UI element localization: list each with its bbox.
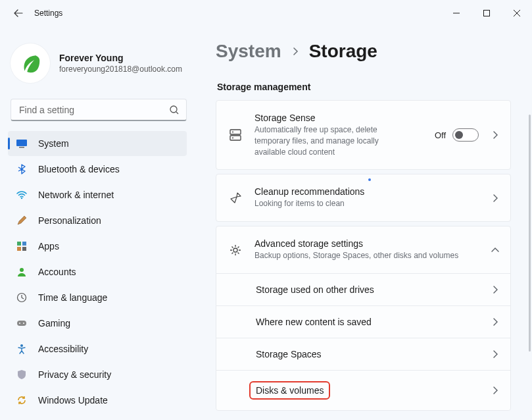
nav-item-personalization[interactable]: Personalization xyxy=(8,208,187,233)
svg-point-18 xyxy=(232,132,233,133)
avatar xyxy=(11,43,50,83)
leaf-icon xyxy=(18,51,43,76)
advanced-subtitle: Backup options, Storage Spaces, other di… xyxy=(254,250,479,261)
nav-item-system[interactable]: System xyxy=(8,131,187,156)
svg-rect-12 xyxy=(17,321,26,326)
nav-pane: Forever Young foreveryoung201818@outlook… xyxy=(0,26,197,420)
svg-point-1 xyxy=(170,106,177,113)
nav-label: Apps xyxy=(38,241,59,251)
nav-item-accessibility[interactable]: Accessibility xyxy=(8,336,187,361)
back-button[interactable] xyxy=(8,3,29,24)
close-button[interactable] xyxy=(502,3,532,24)
nav-label: System xyxy=(38,138,69,149)
svg-rect-6 xyxy=(17,242,21,246)
storage-sense-title: Storage Sense xyxy=(254,113,423,123)
close-icon xyxy=(514,10,520,16)
nav-label: Bluetooth & devices xyxy=(38,164,120,174)
cleanup-row[interactable]: Cleanup recommendations Looking for item… xyxy=(216,174,510,221)
nav-label: Network & internet xyxy=(38,190,114,200)
storage-sense-card: Storage Sense Automatically free up spac… xyxy=(216,100,511,170)
sub-disks-volumes[interactable]: Disks & volumes xyxy=(216,370,510,410)
window-title: Settings xyxy=(34,9,62,18)
nav-item-network[interactable]: Network & internet xyxy=(8,182,187,207)
sub-where-new-content[interactable]: Where new content is saved xyxy=(216,305,510,338)
nav-label: Time & language xyxy=(38,292,107,303)
person-icon xyxy=(16,266,28,278)
chevron-right-icon xyxy=(491,350,500,359)
svg-rect-9 xyxy=(22,247,26,251)
svg-rect-16 xyxy=(230,130,241,134)
svg-rect-17 xyxy=(230,136,241,140)
sub-storage-spaces[interactable]: Storage Spaces xyxy=(216,338,510,370)
nav-item-apps[interactable]: Apps xyxy=(8,234,187,259)
chevron-right-icon xyxy=(491,194,500,203)
gaming-icon xyxy=(16,317,28,329)
chevron-right-icon xyxy=(491,386,500,395)
svg-point-5 xyxy=(21,197,22,199)
maximize-icon xyxy=(483,10,490,16)
advanced-header-row[interactable]: Advanced storage settings Backup options… xyxy=(216,226,510,273)
svg-point-14 xyxy=(23,323,24,324)
cleanup-card: Cleanup recommendations Looking for item… xyxy=(216,174,511,222)
title-bar: Settings xyxy=(0,0,532,26)
profile-email: foreveryoung201818@outlook.com xyxy=(59,65,182,74)
nav-item-privacy[interactable]: Privacy & security xyxy=(8,362,187,387)
breadcrumb-root[interactable]: System xyxy=(216,41,281,62)
maximize-button[interactable] xyxy=(472,3,502,24)
gear-icon xyxy=(228,243,243,257)
storage-sense-toggle[interactable] xyxy=(452,128,479,142)
storage-sense-icon xyxy=(228,128,243,142)
svg-point-15 xyxy=(20,344,23,347)
search-box[interactable] xyxy=(11,99,187,121)
nav-label: Windows Update xyxy=(38,395,108,406)
advanced-subitems: Storage used on other drives Where new c… xyxy=(216,273,510,410)
display-icon xyxy=(16,138,28,149)
chevron-right-icon xyxy=(491,317,500,327)
cleanup-title: Cleanup recommendations xyxy=(254,186,364,197)
minimize-button[interactable] xyxy=(441,3,472,24)
breadcrumb: System Storage xyxy=(216,41,511,62)
subitem-label: Storage used on other drives xyxy=(256,284,479,295)
svg-rect-0 xyxy=(484,11,490,16)
chevron-up-icon xyxy=(491,246,500,255)
chevron-right-icon xyxy=(491,285,500,294)
nav-item-bluetooth[interactable]: Bluetooth & devices xyxy=(8,157,187,182)
attention-dot-icon xyxy=(368,178,371,181)
svg-rect-4 xyxy=(19,147,24,148)
profile-block[interactable]: Forever Young foreveryoung201818@outlook… xyxy=(5,32,192,99)
minimize-icon xyxy=(453,10,460,16)
breadcrumb-current: Storage xyxy=(309,41,377,62)
back-arrow-icon xyxy=(13,8,24,18)
bluetooth-icon xyxy=(16,163,28,175)
update-icon xyxy=(16,394,28,406)
search-icon xyxy=(169,105,180,115)
sub-storage-other-drives[interactable]: Storage used on other drives xyxy=(216,273,510,305)
nav-label: Accounts xyxy=(38,267,76,277)
svg-rect-8 xyxy=(17,247,21,251)
subitem-label: Storage Spaces xyxy=(256,349,479,359)
nav-item-accounts[interactable]: Accounts xyxy=(8,259,187,284)
nav-item-gaming[interactable]: Gaming xyxy=(8,311,187,336)
clock-globe-icon xyxy=(16,292,28,303)
svg-point-10 xyxy=(20,268,24,272)
storage-sense-row[interactable]: Storage Sense Automatically free up spac… xyxy=(216,101,510,169)
main-content: System Storage Storage management Storag… xyxy=(197,26,532,420)
cleanup-subtitle: Looking for items to clean xyxy=(254,198,479,209)
advanced-card: Advanced storage settings Backup options… xyxy=(216,226,511,411)
nav-label: Personalization xyxy=(38,215,101,226)
subitem-label: Disks & volumes xyxy=(256,381,479,400)
storage-sense-subtitle: Automatically free up space, delete temp… xyxy=(254,124,379,157)
svg-rect-7 xyxy=(22,242,26,246)
broom-icon xyxy=(228,191,243,205)
svg-rect-2 xyxy=(16,140,27,146)
svg-point-20 xyxy=(233,248,237,252)
nav-label: Privacy & security xyxy=(38,369,111,380)
nav-item-windows-update[interactable]: Windows Update xyxy=(8,388,187,413)
shield-icon xyxy=(16,369,28,381)
advanced-title: Advanced storage settings xyxy=(254,238,479,249)
scrollbar-thumb[interactable] xyxy=(529,115,531,352)
search-input[interactable] xyxy=(18,104,169,116)
chevron-right-icon xyxy=(291,47,300,56)
nav-item-time-language[interactable]: Time & language xyxy=(8,285,187,310)
svg-point-19 xyxy=(232,138,233,139)
